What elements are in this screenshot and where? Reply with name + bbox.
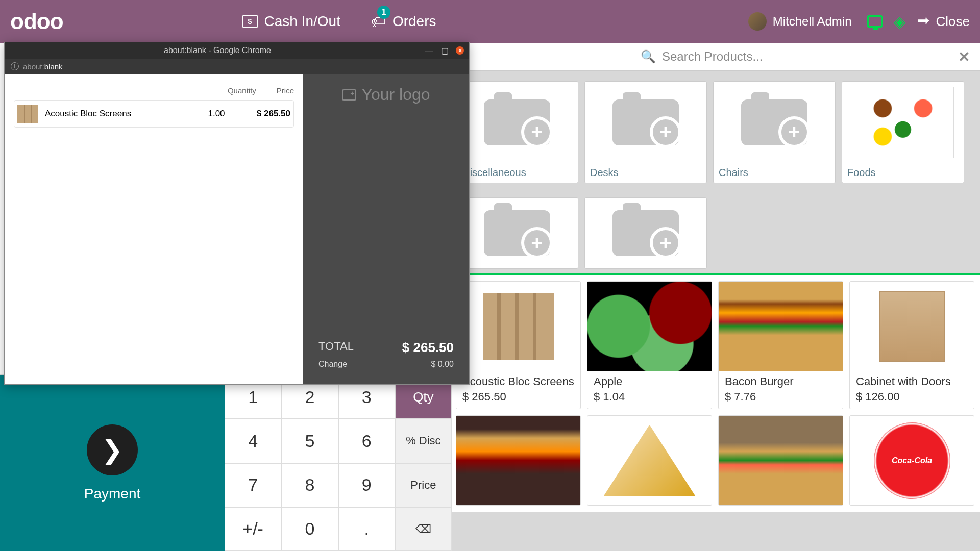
receipt-line[interactable]: Acoustic Bloc Screens 1.00 $ 265.50 [14,100,294,128]
user-name: Mitchell Admin [773,14,852,29]
product-name: Cabinet with Doors [850,371,974,390]
change-label: Change [318,360,347,369]
product-image [604,425,696,496]
cash-in-out-button[interactable]: $ Cash In/Out [242,13,340,30]
category-card[interactable] [456,197,578,269]
monitor-icon[interactable] [867,15,883,28]
logo-placeholder: Your logo [318,85,454,104]
product-name: Apple [587,371,712,390]
product-card[interactable] [456,415,581,506]
category-label: Desks [585,163,706,183]
line-name: Acoustic Bloc Screens [45,109,193,119]
product-card[interactable]: Coca-Cola [849,415,974,506]
key-disc[interactable]: % Disc [395,419,452,463]
payment-label: Payment [84,486,141,502]
clear-search-icon[interactable]: ✕ [958,48,970,65]
payment-circle: ❯ [87,424,138,475]
product-card[interactable]: Apple $ 1.04 [587,281,712,409]
key-dot[interactable]: . [338,507,395,551]
search-icon: 🔍 [641,49,656,64]
key-price[interactable]: Price [395,463,452,507]
col-price: Price [277,86,294,95]
product-card[interactable]: Acoustic Bloc Screens $ 265.50 [456,281,581,409]
category-grid-row2 [452,187,980,273]
product-grid: Acoustic Bloc Screens $ 265.50 Apple $ 1… [452,275,980,512]
close-icon[interactable]: ✕ [456,46,464,55]
key-sign[interactable]: +/- [225,507,281,551]
search-input[interactable]: 🔍 Search Products... [641,49,958,64]
numpad: 1 2 3 Qty 4 5 6 % Disc 7 8 9 Price +/- 0… [225,375,452,551]
category-foods[interactable]: Foods [842,81,964,183]
close-label: Close [936,14,970,30]
product-image [587,282,712,371]
product-card[interactable] [587,415,712,506]
placeholder-icon [741,99,807,145]
info-icon[interactable]: i [11,62,19,70]
foods-image [852,87,954,158]
key-0[interactable]: 0 [281,507,338,551]
payment-button[interactable]: ❯ Payment [0,375,225,551]
chevron-right-icon: ❯ [102,435,123,465]
product-image [879,291,945,362]
category-miscellaneous[interactable]: Miscellaneous [456,81,578,183]
category-label: Foods [842,163,964,183]
key-5[interactable]: 5 [281,419,338,463]
category-grid: Miscellaneous Desks Chairs Foods [452,71,980,187]
product-name: Acoustic Bloc Screens [456,371,580,390]
product-image [719,282,843,371]
avatar [748,12,767,31]
product-price: $ 126.00 [850,390,974,409]
product-image [483,293,554,360]
product-panel: 🏠 🔍 Search Products... ✕ Miscellaneous D… [452,43,980,551]
line-thumb [17,105,38,123]
window-title: about:blank - Google Chrome [10,46,425,55]
col-quantity: Quantity [228,86,256,95]
total-amount: $ 265.50 [402,340,454,356]
status-icons: ◈ ⮕ Close [867,13,970,31]
search-placeholder: Search Products... [662,49,763,64]
placeholder-icon [484,210,550,256]
customer-display: Your logo TOTAL $ 265.50 Change $ 0.00 [303,74,469,384]
placeholder-icon [612,210,679,256]
odoo-logo: odoo [10,9,63,34]
category-label: Chairs [714,163,835,183]
product-card[interactable] [718,415,843,506]
close-button[interactable]: ⮕ Close [917,13,970,30]
key-7[interactable]: 7 [225,463,281,507]
orders-button[interactable]: 🏷 1 Orders [371,13,436,30]
orders-badge: 1 [377,6,390,19]
key-backspace[interactable]: ⌫ [395,507,452,551]
minimize-icon[interactable]: — [425,46,433,55]
wifi-icon: ◈ [894,13,905,31]
key-6[interactable]: 6 [338,419,395,463]
product-price: $ 265.50 [456,390,580,409]
placeholder-icon [484,99,550,145]
product-name: Bacon Burger [719,371,843,390]
key-8[interactable]: 8 [281,463,338,507]
product-card[interactable]: Cabinet with Doors $ 126.00 [849,281,974,409]
user-menu[interactable]: Mitchell Admin [748,12,852,31]
close-icon: ⮕ [917,13,931,30]
key-4[interactable]: 4 [225,419,281,463]
line-qty: 1.00 [193,109,239,119]
url-bar[interactable]: i about:blank [5,59,469,74]
category-chairs[interactable]: Chairs [713,81,836,183]
category-label: Miscellaneous [456,163,578,183]
product-price: $ 7.76 [719,390,843,409]
product-image: Coca-Cola [874,422,950,499]
app-header: odoo $ Cash In/Out 🏷 1 Orders Mitchell A… [0,0,980,43]
product-card[interactable]: Bacon Burger $ 7.76 [718,281,843,409]
category-card[interactable] [584,197,707,269]
key-9[interactable]: 9 [338,463,395,507]
logo-text: Your logo [361,85,430,104]
receipt-list: Quantity Price Acoustic Bloc Screens 1.0… [5,74,303,384]
window-titlebar[interactable]: about:blank - Google Chrome — ▢ ✕ [5,42,469,59]
search-bar: 🏠 🔍 Search Products... ✕ [452,43,980,71]
placeholder-icon [612,99,679,145]
orders-label: Orders [393,13,436,30]
maximize-icon[interactable]: ▢ [440,46,449,55]
category-desks[interactable]: Desks [584,81,707,183]
product-image [456,416,580,505]
camera-icon [342,89,356,101]
cash-label: Cash In/Out [264,13,340,30]
